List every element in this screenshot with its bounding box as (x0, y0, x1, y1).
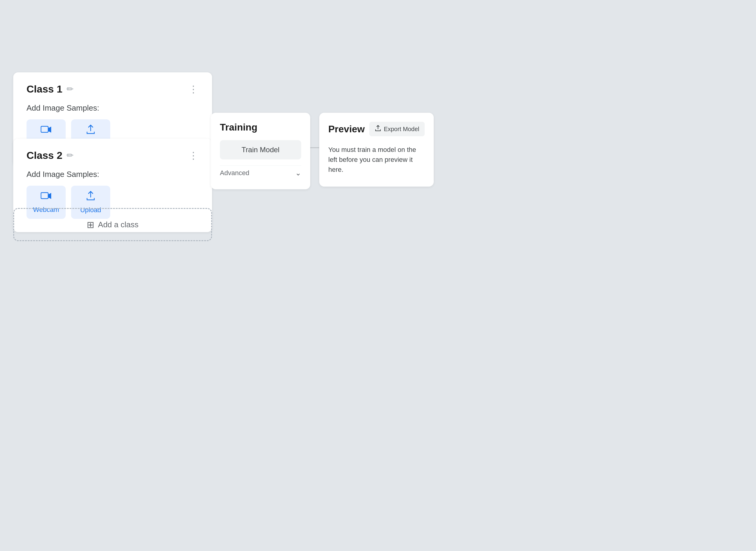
train-model-button[interactable]: Train Model (220, 140, 301, 159)
preview-message: You must train a model on the left befor… (328, 145, 425, 174)
preview-title: Preview (328, 124, 365, 135)
class2-title: Class 2 (27, 149, 62, 161)
class1-header: Class 1 ✏ ⋮ (27, 83, 199, 95)
class2-header: Class 2 ✏ ⋮ (27, 149, 199, 161)
preview-header: Preview Export Model (328, 122, 425, 136)
class1-title-group: Class 1 ✏ (27, 83, 73, 95)
chevron-down-icon: ⌄ (295, 169, 301, 177)
svg-rect-2 (41, 126, 48, 132)
preview-card: Preview Export Model You must train a mo… (319, 113, 434, 186)
advanced-label: Advanced (220, 169, 249, 177)
class2-title-group: Class 2 ✏ (27, 149, 73, 161)
training-title: Training (220, 122, 301, 133)
add-class-label: Add a class (98, 220, 138, 229)
class2-more-icon[interactable]: ⋮ (189, 150, 199, 161)
class1-edit-icon[interactable]: ✏ (67, 84, 73, 94)
export-model-label: Export Model (384, 126, 419, 133)
training-card: Training Train Model Advanced ⌄ (211, 113, 310, 189)
class2-upload-icon (86, 190, 96, 203)
class1-title: Class 1 (27, 83, 62, 95)
svg-rect-4 (41, 192, 48, 199)
class2-edit-icon[interactable]: ✏ (67, 150, 73, 160)
class2-add-samples-label: Add Image Samples: (27, 170, 199, 179)
upload-icon (86, 124, 96, 137)
svg-marker-5 (48, 193, 51, 199)
export-model-button[interactable]: Export Model (369, 122, 425, 136)
class1-add-samples-label: Add Image Samples: (27, 103, 199, 113)
add-class-button[interactable]: ⊞ Add a class (13, 208, 212, 241)
add-class-plus-icon: ⊞ (87, 219, 94, 230)
svg-marker-3 (48, 127, 51, 133)
advanced-row[interactable]: Advanced ⌄ (220, 165, 301, 180)
webcam-icon (41, 125, 52, 136)
export-icon (375, 125, 381, 133)
class2-webcam-icon (41, 191, 52, 203)
class1-more-icon[interactable]: ⋮ (189, 83, 199, 95)
